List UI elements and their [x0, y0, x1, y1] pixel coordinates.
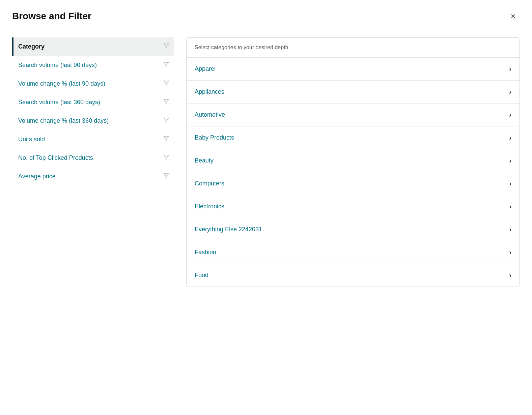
filter-item-0[interactable]: Category	[12, 37, 174, 56]
filter-icon-3	[163, 98, 169, 106]
filter-icon-0	[163, 43, 169, 51]
category-item-0[interactable]: Apparel›	[187, 58, 520, 81]
category-item-9[interactable]: Food›	[187, 264, 520, 287]
category-item-2[interactable]: Automotive›	[187, 103, 520, 126]
filter-label-7: Average price	[18, 173, 56, 180]
category-name-7: Everything Else 2242031	[195, 226, 262, 233]
filter-label-2: Volume change % (last 90 days)	[18, 80, 105, 87]
filter-item-6[interactable]: No. of Top Clicked Products	[12, 149, 174, 167]
filter-icon-4	[163, 117, 169, 125]
category-item-5[interactable]: Computers›	[187, 172, 520, 195]
right-panel-header: Select categories to your desired depth	[187, 38, 520, 58]
category-name-9: Food	[195, 272, 208, 279]
filter-label-4: Volume change % (last 360 days)	[18, 117, 109, 124]
category-chevron-icon-0: ›	[509, 65, 511, 73]
modal-header: Browse and Filter ×	[12, 9, 520, 29]
modal-body: CategorySearch volume (last 90 days)Volu…	[12, 37, 520, 287]
filter-label-1: Search volume (last 90 days)	[18, 62, 97, 69]
category-name-3: Baby Products	[195, 134, 234, 141]
filter-item-3[interactable]: Search volume (last 360 days)	[12, 93, 174, 112]
category-name-0: Apparel	[195, 65, 216, 72]
left-panel: CategorySearch volume (last 90 days)Volu…	[12, 37, 174, 287]
category-name-5: Computers	[195, 180, 224, 187]
category-item-7[interactable]: Everything Else 2242031›	[187, 218, 520, 241]
filter-label-3: Search volume (last 360 days)	[18, 99, 100, 106]
filter-icon-1	[163, 61, 169, 69]
category-chevron-icon-6: ›	[509, 203, 511, 210]
category-name-8: Fashion	[195, 249, 216, 256]
category-name-4: Beauty	[195, 157, 214, 164]
category-chevron-icon-2: ›	[509, 111, 511, 119]
category-name-2: Automotive	[195, 111, 225, 118]
filter-item-7[interactable]: Average price	[12, 167, 174, 186]
category-chevron-icon-4: ›	[509, 157, 511, 165]
category-chevron-icon-7: ›	[509, 226, 511, 233]
category-chevron-icon-1: ›	[509, 88, 511, 96]
category-chevron-icon-9: ›	[509, 271, 511, 279]
category-item-8[interactable]: Fashion›	[187, 241, 520, 264]
modal-container: Browse and Filter × CategorySearch volum…	[0, 0, 532, 415]
filter-item-4[interactable]: Volume change % (last 360 days)	[12, 112, 174, 130]
filter-item-5[interactable]: Units sold	[12, 130, 174, 149]
category-item-1[interactable]: Appliances›	[187, 81, 520, 103]
close-button[interactable]: ×	[506, 9, 520, 23]
filter-icon-2	[163, 80, 169, 88]
filter-label-6: No. of Top Clicked Products	[18, 154, 93, 161]
modal-title: Browse and Filter	[12, 11, 91, 22]
filter-icon-6	[163, 154, 169, 162]
right-panel: Select categories to your desired depth …	[186, 37, 520, 287]
category-item-3[interactable]: Baby Products›	[187, 126, 520, 149]
category-name-1: Appliances	[195, 88, 224, 95]
category-name-6: Electronics	[195, 203, 224, 210]
category-item-6[interactable]: Electronics›	[187, 195, 520, 218]
category-chevron-icon-8: ›	[509, 248, 511, 256]
category-chevron-icon-3: ›	[509, 134, 511, 142]
category-chevron-icon-5: ›	[509, 180, 511, 187]
filter-icon-5	[163, 136, 169, 143]
filter-item-1[interactable]: Search volume (last 90 days)	[12, 56, 174, 75]
category-item-4[interactable]: Beauty›	[187, 149, 520, 172]
filter-icon-7	[163, 173, 169, 180]
category-list: Apparel›Appliances›Automotive›Baby Produ…	[187, 58, 520, 287]
filter-label-5: Units sold	[18, 136, 45, 143]
filter-label-0: Category	[18, 43, 45, 50]
filter-item-2[interactable]: Volume change % (last 90 days)	[12, 75, 174, 93]
